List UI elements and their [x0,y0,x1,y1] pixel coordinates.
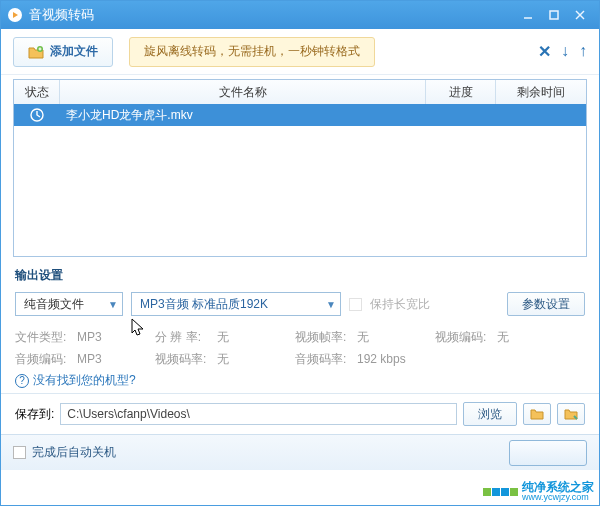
add-file-button[interactable]: 添加文件 [13,37,113,67]
help-icon: ? [15,374,29,388]
window-controls [515,6,593,24]
keep-ratio-label: 保持长宽比 [370,296,430,313]
minimize-button[interactable] [515,6,541,24]
options-button[interactable] [557,403,585,425]
info-grid: 文件类型:MP3 分 辨 率:无 视频帧率:无 视频编码:无 音频编码:MP3 … [15,326,585,370]
save-path-input[interactable] [60,403,457,425]
footer: 完成后自动关机 [1,434,599,470]
window: 音视频转码 添加文件 旋风离线转码，无需挂机，一秒钟转格式 ✕ ↓ ↑ 状态 文… [0,0,600,506]
shutdown-label: 完成后自动关机 [32,444,116,461]
output-section: 输出设置 纯音频文件 ▼ MP3音频 标准品质192K ▼ 保持长宽比 参数设置… [1,257,599,393]
table-header: 状态 文件名称 进度 剩余时间 [14,80,586,104]
add-file-label: 添加文件 [50,43,98,60]
table-body: 李小龙HD龙争虎斗.mkv [14,104,586,256]
move-down-icon[interactable]: ↓ [561,42,569,61]
open-folder-button[interactable] [523,403,551,425]
maximize-button[interactable] [541,6,567,24]
file-name: 李小龙HD龙争虎斗.mkv [60,104,426,126]
options-icon [564,408,578,420]
keep-ratio-checkbox[interactable] [349,298,362,311]
table-row[interactable]: 李小龙HD龙争虎斗.mkv [14,104,586,126]
format-select-value: MP3音频 标准品质192K [140,296,268,313]
folder-icon [530,408,544,420]
app-icon [7,7,23,23]
shutdown-checkbox[interactable] [13,446,26,459]
format-select[interactable]: MP3音频 标准品质192K ▼ [131,292,341,316]
toolbar: 添加文件 旋风离线转码，无需挂机，一秒钟转格式 ✕ ↓ ↑ [1,29,599,75]
browse-button[interactable]: 浏览 [463,402,517,426]
chevron-down-icon: ▼ [326,299,336,310]
banner: 旋风离线转码，无需挂机，一秒钟转格式 [129,37,375,67]
start-button[interactable] [509,440,587,466]
remove-icon[interactable]: ✕ [538,42,551,61]
svg-rect-2 [550,11,558,19]
help-link[interactable]: ? 没有找到您的机型? [15,372,585,389]
type-select[interactable]: 纯音频文件 ▼ [15,292,123,316]
window-title: 音视频转码 [29,6,515,24]
output-title: 输出设置 [15,267,585,284]
save-label: 保存到: [15,406,54,423]
col-name: 文件名称 [60,80,426,104]
file-table-wrap: 状态 文件名称 进度 剩余时间 李小龙HD龙争虎斗.mkv [1,75,599,257]
col-time: 剩余时间 [496,80,586,104]
titlebar: 音视频转码 [1,1,599,29]
file-table: 状态 文件名称 进度 剩余时间 李小龙HD龙争虎斗.mkv [13,79,587,257]
type-select-value: 纯音频文件 [24,296,84,313]
close-button[interactable] [567,6,593,24]
params-button[interactable]: 参数设置 [507,292,585,316]
col-status: 状态 [14,80,60,104]
move-up-icon[interactable]: ↑ [579,42,587,61]
status-icon [14,104,60,126]
list-tools: ✕ ↓ ↑ [538,42,587,61]
folder-add-icon [28,45,44,59]
col-progress: 进度 [426,80,496,104]
save-row: 保存到: 浏览 [1,393,599,434]
chevron-down-icon: ▼ [108,299,118,310]
